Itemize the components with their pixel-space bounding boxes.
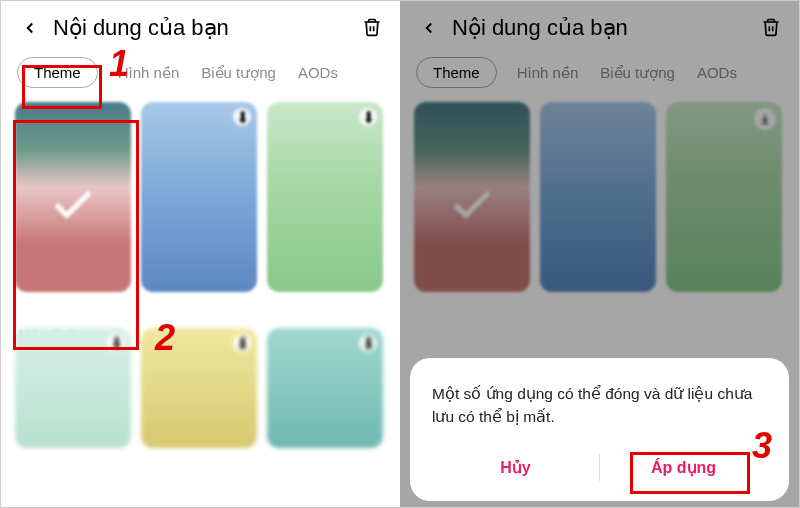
download-badge: ⬇ [233, 108, 251, 126]
page-title: Nội dung của bạn [53, 15, 362, 41]
tab-icon[interactable]: Biểu tượng [199, 58, 278, 88]
download-badge: ⬇ [359, 334, 377, 352]
chevron-left-icon [21, 19, 39, 37]
apply-dialog: Một số ứng dụng có thể đóng và dữ liệu c… [410, 358, 789, 502]
apply-button[interactable]: Áp dụng [600, 446, 767, 489]
theme-grid: Mặc định ⬇ ⬇ [1, 102, 400, 318]
topbar: Nội dung của bạn [1, 1, 400, 47]
theme-grid-row2: ⬇ ⬇ ⬇ [1, 328, 400, 448]
screen-left: Nội dung của bạn Theme Hình nền Biểu tượ… [1, 1, 400, 508]
theme-card[interactable]: ⬇ [141, 328, 257, 448]
delete-button[interactable] [362, 17, 384, 39]
screen-right: Nội dung của bạn Theme Hình nền Biểu tượ… [400, 1, 799, 508]
dialog-actions: Hủy Áp dụng [432, 446, 767, 489]
tab-bar: Theme Hình nền Biểu tượng AODs [1, 47, 400, 102]
theme-card[interactable]: ⬇ [15, 328, 131, 448]
dialog-message: Một số ứng dụng có thể đóng và dữ liệu c… [432, 382, 767, 429]
tab-aod[interactable]: AODs [296, 58, 340, 87]
selected-check-icon [48, 180, 98, 234]
download-badge: ⬇ [359, 108, 377, 126]
tab-theme[interactable]: Theme [17, 57, 98, 88]
theme-card-default[interactable]: Mặc định [15, 102, 131, 318]
back-button[interactable] [17, 15, 43, 41]
download-badge: ⬇ [233, 334, 251, 352]
theme-card[interactable]: ⬇ [141, 102, 257, 318]
tab-wallpaper[interactable]: Hình nền [116, 58, 182, 88]
cancel-button[interactable]: Hủy [432, 446, 599, 489]
theme-card[interactable]: ⬇ [267, 328, 383, 448]
theme-card[interactable]: ⬇ [267, 102, 383, 318]
trash-icon [362, 17, 382, 37]
download-badge: ⬇ [107, 334, 125, 352]
